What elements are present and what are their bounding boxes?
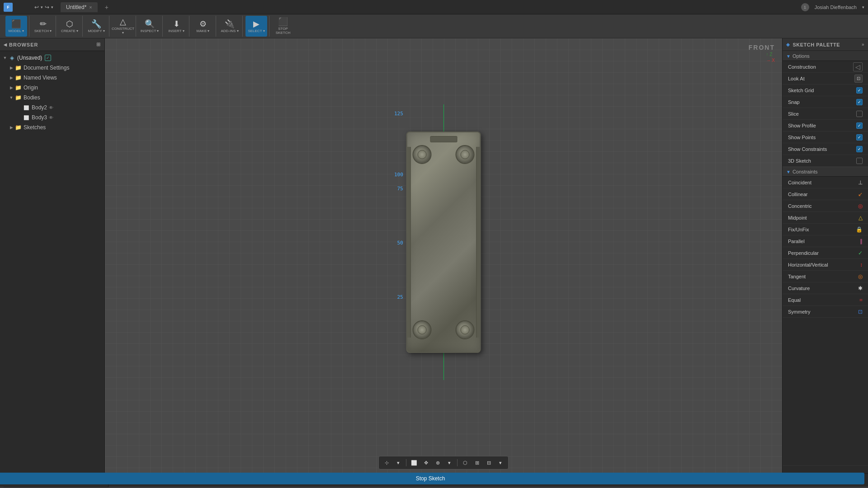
- stop-sketch-toolbar-btn[interactable]: ⬛ STOP SKETCH: [272, 16, 294, 37]
- folder-icon-views: 📁: [14, 74, 22, 81]
- palette-construction-row: Construction ◁: [783, 61, 868, 73]
- modify-btn[interactable]: 🔧 MODIFY ▾: [85, 16, 107, 37]
- show-profile-checkbox[interactable]: [856, 122, 863, 129]
- canvas-grid-btn[interactable]: ⊞: [472, 458, 482, 468]
- canvas-pan-btn[interactable]: ✥: [421, 458, 431, 468]
- tree-arrow-origin[interactable]: ▶: [8, 85, 14, 90]
- tree-arrow-unsaved[interactable]: ▼: [2, 56, 8, 60]
- show-constraints-checkbox[interactable]: [856, 146, 863, 152]
- construct-group: △ CONSTRUCT ▾: [110, 16, 136, 37]
- canvas-cursor-btn[interactable]: ⊹: [382, 458, 392, 468]
- tree-arrow-sketches[interactable]: ▶: [8, 125, 14, 130]
- palette-concentric-row[interactable]: Concentric ◎: [783, 200, 868, 212]
- tree-item-body2[interactable]: ▶ ⬜ Body2 👁: [0, 103, 104, 113]
- palette-midpoint-row[interactable]: Midpoint △: [783, 212, 868, 224]
- body3-eye[interactable]: 👁: [49, 115, 53, 120]
- show-constraints-label: Show Constraints: [788, 146, 827, 152]
- notification-icon[interactable]: 1: [801, 3, 809, 11]
- make-btn[interactable]: ⚙ MAKE ▾: [192, 16, 214, 37]
- show-profile-label: Show Profile: [788, 123, 816, 128]
- user-dropdown[interactable]: ▾: [862, 5, 864, 9]
- tree-item-body3[interactable]: ▶ ⬜ Body3 👁: [0, 113, 104, 122]
- canvas-zoom-btn[interactable]: ⊕: [433, 458, 443, 468]
- axis-x: → X: [766, 58, 775, 63]
- browser-options-icon[interactable]: ⊞: [96, 42, 101, 47]
- sketch-grid-checkbox[interactable]: [856, 87, 863, 94]
- canvas-zoom-dropdown[interactable]: ▾: [444, 458, 454, 468]
- palette-expand-btn[interactable]: »: [862, 42, 864, 47]
- tab-untitled[interactable]: Untitled* ×: [61, 2, 98, 12]
- 3d-sketch-checkbox[interactable]: [856, 158, 863, 164]
- stop-sketch-button[interactable]: Stop Sketch: [782, 473, 864, 473]
- palette-equal-row[interactable]: Equal =: [783, 294, 868, 306]
- undo-btn[interactable]: ↩: [34, 4, 39, 10]
- sketch-grid-label: Sketch Grid: [788, 88, 814, 93]
- tree-arrow-doc[interactable]: ▶: [8, 66, 14, 70]
- palette-perpendicular-row[interactable]: Perpendicular ✓: [783, 247, 868, 259]
- body2-eye[interactable]: 👁: [49, 105, 53, 110]
- palette-curvature-row[interactable]: Curvature ✱: [783, 282, 868, 294]
- look-at-btn[interactable]: ⊡: [854, 75, 863, 83]
- canvas-grid-dropdown[interactable]: ▾: [495, 458, 505, 468]
- canvas[interactable]: FRONT ↑ Z → X 75 50: [105, 38, 782, 473]
- coincident-label: Coincident: [788, 180, 811, 185]
- palette-coincident-row[interactable]: Coincident ⊥: [783, 177, 868, 188]
- palette-tangent-row[interactable]: Tangent ◎: [783, 271, 868, 282]
- horiz-vert-icon: ↕: [860, 262, 863, 268]
- redo-dropdown[interactable]: ▾: [51, 5, 53, 9]
- redo-btn[interactable]: ↪: [45, 4, 49, 10]
- palette-fix-row[interactable]: Fix/UnFix 🔒: [783, 224, 868, 235]
- construction-btn[interactable]: ◁: [853, 62, 863, 71]
- tab-close-btn[interactable]: ×: [89, 5, 92, 10]
- tree-item-unsaved[interactable]: ▼ ◈ (Unsaved) ✓: [0, 53, 104, 63]
- metal-part: [406, 131, 481, 353]
- sketch-palette-header: ◈ SKETCH PALETTE »: [783, 38, 868, 51]
- palette-look-at-row: Look At ⊡: [783, 73, 868, 84]
- tree-item-origin[interactable]: ▶ 📁 Origin: [0, 83, 104, 93]
- addins-btn[interactable]: 🔌 ADD-INS ▾: [219, 16, 241, 37]
- sketch-palette-title: SKETCH PALETTE: [793, 42, 840, 47]
- model-menu-btn[interactable]: ⬛ MODEL ▾: [5, 16, 27, 37]
- bodies-label: Bodies: [24, 94, 40, 101]
- canvas-more-btn[interactable]: ⊟: [484, 458, 494, 468]
- constraints-label: Constraints: [793, 169, 818, 174]
- tree-arrow-views[interactable]: ▶: [8, 75, 14, 80]
- tab-add-btn[interactable]: +: [101, 2, 112, 13]
- canvas-fit-btn[interactable]: ⬜: [409, 458, 419, 468]
- select-btn[interactable]: ▶ SELECT ▾: [245, 16, 267, 37]
- top-notch: [430, 136, 457, 142]
- construction-control: ◁: [853, 62, 863, 71]
- show-profile-control: [856, 122, 863, 129]
- palette-parallel-row[interactable]: Parallel ∥: [783, 235, 868, 247]
- tree-item-named-views[interactable]: ▶ 📁 Named Views: [0, 73, 104, 83]
- tree-item-doc-settings[interactable]: ▶ 📁 Document Settings: [0, 63, 104, 73]
- canvas-display-btn[interactable]: ⬡: [460, 458, 470, 468]
- palette-symmetry-row[interactable]: Symmetry ⊡: [783, 306, 868, 318]
- palette-collinear-row[interactable]: Collinear ↙: [783, 188, 868, 200]
- undo-dropdown[interactable]: ▾: [41, 5, 43, 9]
- addins-group: 🔌 ADD-INS ▾: [217, 16, 243, 37]
- axis-indicator: ↑ Z → X: [766, 52, 775, 63]
- inspect-btn[interactable]: 🔍 INSPECT ▾: [139, 16, 160, 37]
- options-section-header[interactable]: ▼ Options: [783, 51, 868, 61]
- toolbar-area: ⬛ MODEL ▾ ✏ SKETCH ▾ ⬡ CREATE ▾ 🔧 MODIFY…: [0, 14, 868, 38]
- insert-btn[interactable]: ⬇ INSERT ▾: [165, 16, 187, 37]
- tree-arrow-bodies[interactable]: ▼: [8, 95, 14, 100]
- snap-checkbox[interactable]: [856, 99, 863, 105]
- construct-btn[interactable]: △ CONSTRUCT ▾: [112, 16, 134, 37]
- show-points-checkbox[interactable]: [856, 134, 863, 141]
- create-btn[interactable]: ⬡ CREATE ▾: [59, 16, 80, 37]
- constraints-section-header[interactable]: ▼ Constraints: [783, 167, 868, 177]
- palette-horiz-vert-row[interactable]: Horizontal/Vertical ↕: [783, 259, 868, 271]
- browser-header: ◀ BROWSER ⊞: [0, 38, 104, 51]
- tree-item-bodies[interactable]: ▼ 📁 Bodies: [0, 93, 104, 103]
- unsaved-check[interactable]: ✓: [45, 55, 51, 61]
- separator2: [457, 459, 458, 466]
- sketch-grid-control: [856, 87, 863, 94]
- dim-75: 75: [397, 186, 403, 192]
- sketch-btn[interactable]: ✏ SKETCH ▾: [32, 16, 54, 37]
- tree-item-sketches[interactable]: ▶ 📁 Sketches: [0, 122, 104, 132]
- canvas-dropdown-btn[interactable]: ▾: [393, 458, 403, 468]
- slice-checkbox[interactable]: [856, 111, 863, 117]
- user-name[interactable]: Josiah Dieffenbach: [815, 5, 857, 10]
